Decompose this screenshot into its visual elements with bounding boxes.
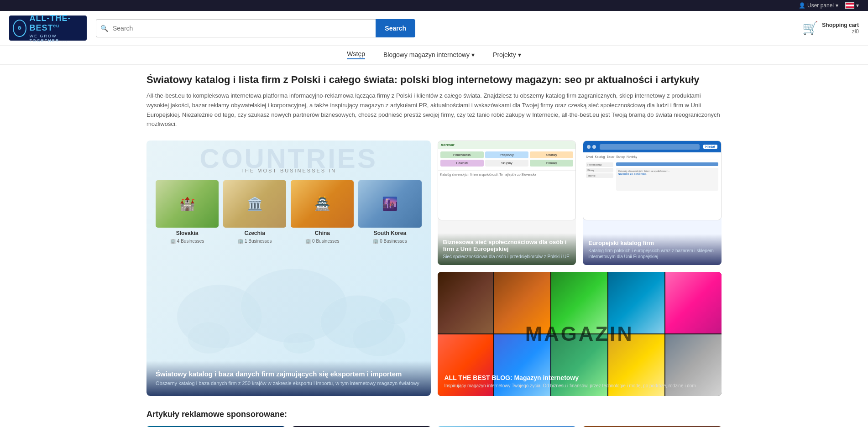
country-businesses-southkorea: 🏢 0 Businesses xyxy=(373,239,407,244)
catalog-card-overlay: Europejski katalog firm Katalog firm pol… xyxy=(583,234,722,265)
catalog-body-content: Profesionáli Firmy Tatínci Katalóg slove… xyxy=(586,162,718,191)
magazine-card[interactable]: MAGAZIN ALL THE BEST BLOG: Magazyn inter… xyxy=(438,272,722,396)
cart-area[interactable]: 🛒 Shopping cart zł0 xyxy=(802,21,859,36)
chevron-down-icon-magazine: ▾ xyxy=(471,51,475,58)
nav-item-wstep[interactable]: Wstęp xyxy=(347,50,365,59)
country-image-czechia: 🏛️ xyxy=(223,180,286,228)
language-selector[interactable]: ▾ xyxy=(845,2,859,9)
flag-icon xyxy=(845,2,854,9)
search-button[interactable]: Search xyxy=(376,19,415,37)
screenshot-cell-posts: Príspevky xyxy=(485,151,528,158)
catalog-main-bar xyxy=(616,162,718,166)
magazine-bg-text: MAGAZIN xyxy=(525,322,634,346)
building-icon-czechia: 🏢 xyxy=(238,239,243,244)
catalog-url-bar xyxy=(600,144,699,150)
country-businesses-czechia: 🏢 1 Businesses xyxy=(238,239,272,244)
right-top: Adresár Používatelia Príspevky Stránky U… xyxy=(438,141,722,265)
nav-item-magazine[interactable]: Blogowy magazyn internetowy ▾ xyxy=(383,50,475,59)
catalog-main-area: Katalóg slovenských firiem a spoločností… xyxy=(616,162,718,191)
cart-icon: 🛒 xyxy=(802,21,818,36)
page-description: All-the-best.eu to kompleksowa interneto… xyxy=(146,91,722,129)
svg-point-5 xyxy=(352,319,406,356)
svg-point-4 xyxy=(283,333,315,354)
catalog-header-dot2 xyxy=(592,145,596,149)
logo-circle: ⚙ xyxy=(13,20,26,37)
cart-text: Shopping cart zł0 xyxy=(822,22,859,35)
country-item-southkorea[interactable]: 🌆 South Korea 🏢 0 Businesses xyxy=(358,180,421,244)
social-card[interactable]: Adresár Používatelia Príspevky Stránky U… xyxy=(438,141,576,265)
social-card-overlay: Biznesowa sieć społecznościowa dla osób … xyxy=(438,233,576,265)
country-item-china[interactable]: 🏯 China 🏢 0 Businesses xyxy=(291,180,354,244)
user-panel-label: User panel xyxy=(807,2,834,9)
catalog-card-desc: Katalog firm polskich i europejskich wra… xyxy=(588,248,716,260)
country-item-slovakia[interactable]: 🏰 Slovakia 🏢 4 Businesses xyxy=(156,180,219,244)
catalog-nav-3: Basar xyxy=(607,155,614,158)
country-name-china: China xyxy=(315,230,330,236)
feature-grid: COUNTRIES THE MOST BUSINESSES IN 🏰 Slova… xyxy=(146,141,722,396)
catalog-nav-bar: Úvod Katalog Basar Eshop Novinky xyxy=(586,155,718,160)
catalog-button-mock: Hledat xyxy=(703,145,717,149)
social-card-title: Biznesowa sieć społecznościowa dla osób … xyxy=(443,239,571,252)
logo-subtitle: WE GROW TOGETHER ... xyxy=(30,34,84,43)
logo-eu: eu xyxy=(53,23,60,28)
catalog-card[interactable]: Hledat Úvod Katalog Basar Eshop Novinky xyxy=(583,141,722,265)
main-content: Światowy katalog i lista firm z Polski i… xyxy=(137,65,731,427)
catalog-sidebar-item3: Tatínci xyxy=(586,173,613,178)
social-screenshot-grid: Používatelia Príspevky Stránky Udalosti … xyxy=(438,149,576,169)
countries-footer-title: Światowy katalog i baza danych firm zajm… xyxy=(156,370,422,378)
screenshot-cell-pages: Stránky xyxy=(530,151,573,158)
country-image-china: 🏯 xyxy=(291,180,354,228)
screenshot-cell-groups: Skupiny xyxy=(485,160,528,167)
country-businesses-china: 🏢 0 Businesses xyxy=(305,239,339,244)
country-image-slovakia: 🏰 xyxy=(156,180,219,228)
countries-footer: Światowy katalog i baza danych firm zajm… xyxy=(146,361,431,396)
social-screenshot-footer: Katalóg slovenských firiem a spoločností… xyxy=(438,170,576,178)
building-icon-china: 🏢 xyxy=(305,239,311,244)
magazine-footer: ALL THE BEST BLOG: Magazyn internetowy I… xyxy=(444,374,715,389)
catalog-sidebar-item2: Firmy xyxy=(586,168,613,172)
header: ⚙ ALL-THE-BESTeu WE GROW TOGETHER ... 🔍 … xyxy=(0,11,868,46)
social-screenshot: Adresár Používatelia Príspevky Stránky U… xyxy=(438,141,576,220)
catalog-card-title: Europejski katalog firm xyxy=(588,240,716,246)
svg-point-6 xyxy=(379,298,411,324)
navigation: Wstęp Blogowy magazyn internetowy ▾ Proj… xyxy=(0,46,868,65)
chevron-down-icon-lang: ▾ xyxy=(856,2,859,9)
search-input-wrap: 🔍 xyxy=(96,19,376,37)
catalog-sidebar: Profesionáli Firmy Tatínci xyxy=(586,162,613,191)
countries-grid: 🏰 Slovakia 🏢 4 Businesses 🏛️ Czechia 🏢 xyxy=(156,180,422,244)
social-card-desc: Sieć społecznościowa dla osób i przedsię… xyxy=(443,254,571,260)
countries-panel[interactable]: COUNTRIES THE MOST BUSINESSES IN 🏰 Slova… xyxy=(146,141,431,396)
cart-amount: zł0 xyxy=(822,28,859,35)
screenshot-cell-offers: Ponuky xyxy=(530,160,573,167)
right-panel: Adresár Používatelia Príspevky Stránky U… xyxy=(438,141,722,396)
logo[interactable]: ⚙ ALL-THE-BESTeu WE GROW TOGETHER ... xyxy=(9,16,87,41)
svg-point-3 xyxy=(188,322,230,354)
user-icon: 👤 xyxy=(799,2,805,9)
catalog-main-content: Katalóg slovenských firiem a spoločností… xyxy=(616,168,718,191)
user-panel-button[interactable]: 👤 User panel ▾ xyxy=(799,2,838,9)
country-item-czechia[interactable]: 🏛️ Czechia 🏢 1 Businesses xyxy=(223,180,286,244)
countries-footer-desc: Obszerny katalog i baza danych firm z 25… xyxy=(156,380,422,387)
nav-item-projekty[interactable]: Projekty ▾ xyxy=(493,50,521,59)
catalog-nav-5: Novinky xyxy=(627,155,637,158)
catalog-screenshot: Hledat Úvod Katalog Basar Eshop Novinky xyxy=(583,141,722,220)
magazine-footer-desc: Inspirujący magazyn internetowy Twojego … xyxy=(444,383,715,389)
logo-box: ⚙ ALL-THE-BESTeu WE GROW TOGETHER ... xyxy=(9,16,87,41)
catalog-nav-1: Úvod xyxy=(586,155,593,158)
countries-subtitle: THE MOST BUSINESSES IN xyxy=(156,168,422,173)
search-input[interactable] xyxy=(96,19,376,37)
chevron-down-icon: ▾ xyxy=(836,2,838,9)
cart-label: Shopping cart xyxy=(822,22,859,28)
social-screenshot-header: Adresár xyxy=(438,141,576,149)
search-icon: 🔍 xyxy=(100,25,108,32)
building-icon: 🏢 xyxy=(170,239,176,244)
chevron-down-icon-projekty: ▾ xyxy=(518,51,521,58)
screenshot-cell-events: Udalosti xyxy=(440,160,484,167)
logo-title: ALL-THE-BESTeu xyxy=(30,14,84,33)
catalog-nav-2: Katalog xyxy=(595,155,605,158)
country-image-southkorea: 🌆 xyxy=(358,180,421,228)
magazine-overlay: MAGAZIN ALL THE BEST BLOG: Magazyn inter… xyxy=(438,272,722,396)
sponsored-section-title: Artykuły reklamowe sponsorowane: xyxy=(146,410,722,419)
page-title: Światowy katalog i lista firm z Polski i… xyxy=(146,74,722,86)
country-businesses-slovakia: 🏢 4 Businesses xyxy=(170,239,204,244)
